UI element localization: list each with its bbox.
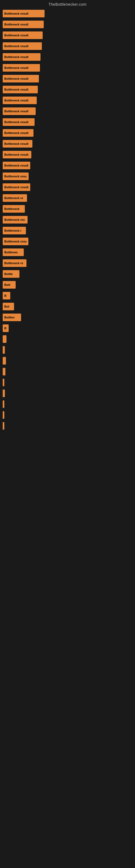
bottleneck-bar [3,411,4,419]
bar-label: Bottleneck result [4,12,28,15]
bars-container: Bottleneck resultBottleneck resultBottle… [0,8,135,433]
bar-label: B [4,327,6,330]
bottleneck-bar: Bottleneck result [3,53,41,61]
bar-row: Bottle [3,270,132,278]
bar-label: Bottleneck resu [4,240,27,243]
bar-label: Bottleneck [4,207,19,211]
bottleneck-bar: Bottleneck result [3,107,36,115]
bar-row: Bottleneck result [3,86,132,93]
bar-row: Bottleneck result [3,53,132,61]
bar-row [3,346,132,354]
bar-row: Bottleneck result [3,151,132,158]
bar-row: Bottlenec [3,248,132,256]
bar-row: Bottleneck resu [3,238,132,245]
bar-row [3,368,132,375]
bar-label: Bottlenec [4,251,18,254]
bottleneck-bar: Bottle [3,270,19,278]
bar-label: Bottleneck resu [4,175,27,178]
bar-row [3,411,132,419]
bar-row: Bottleneck result [3,183,132,191]
bar-row: Bottleneck result [3,21,132,28]
bar-label: Bottleneck result [4,164,28,167]
bottleneck-bar: B [3,324,9,332]
bar-label: Bottleneck result [4,142,28,145]
bar-row: Bottleneck re [3,194,132,202]
bar-row: B [3,324,132,332]
bottleneck-bar: Bottleneck res [3,216,28,223]
bottleneck-bar: Bottleneck result [3,86,38,93]
bottleneck-bar: | [3,379,4,386]
bar-row [3,390,132,397]
bar-label: Bottleneck result [4,77,28,80]
bar-row: Bottlen [3,314,132,321]
bar-label: Bottlen [4,316,14,319]
bottleneck-bar: Bottleneck [3,205,25,213]
bottleneck-bar: Bottlen [3,314,21,321]
bar-row: Bottleneck result [3,10,132,18]
bottleneck-bar: Bottleneck result [3,31,43,39]
bar-row: B [3,292,132,300]
bar-row: Bottleneck result [3,64,132,72]
bottleneck-bar: Bottleneck result [3,162,30,169]
site-title: TheBottlenecker.com [0,0,135,8]
bottleneck-bar: Bot [3,303,14,310]
bar-row: | [3,379,132,386]
bar-row: Bottleneck [3,205,132,213]
bar-label: Bottleneck r [4,229,21,232]
bar-label: Bottle [4,272,13,276]
bottleneck-bar [3,346,5,354]
bar-label: Bottleneck result [4,153,28,156]
bottleneck-bar [3,400,4,408]
bar-label: Bott [4,283,10,286]
bar-row [3,357,132,365]
bar-row [3,335,132,343]
bar-label: Bottleneck result [4,110,28,113]
bottleneck-bar: Bottleneck re [3,194,27,202]
bar-label: Bot [4,305,9,308]
bar-row: Bottleneck result [3,162,132,169]
bar-row: Bottleneck re [3,259,132,267]
bar-label: Bottleneck result [4,120,28,124]
bottleneck-bar: Bottleneck result [3,129,34,137]
bar-row: Bottleneck result [3,140,132,148]
bar-label: Bottleneck result [4,23,28,26]
bar-row: Bottleneck result [3,107,132,115]
bottleneck-bar: Bottleneck re [3,259,27,267]
bar-label: Bottleneck result [4,186,28,189]
bottleneck-bar: Bottleneck result [3,64,40,72]
bar-row: Bottleneck result [3,31,132,39]
bar-row: Bottleneck result [3,42,132,50]
bar-label: Bottleneck result [4,99,28,102]
bar-label: Bottleneck re [4,196,23,199]
bottleneck-bar: Bottleneck result [3,10,45,18]
bottleneck-bar: Bottleneck result [3,183,30,191]
bar-row: Bottleneck result [3,129,132,137]
bar-label: Bottleneck result [4,34,28,37]
bar-row: Bott [3,281,132,289]
bottleneck-bar [3,335,6,343]
bottleneck-bar [3,368,5,375]
bottleneck-bar: Bottlenec [3,248,24,256]
bar-row: Bottleneck result [3,75,132,83]
bar-label: Bottleneck result [4,66,28,69]
bar-label: Bottleneck re [4,261,23,265]
bar-label: Bottleneck result [4,44,28,48]
bar-row: Bottleneck result [3,118,132,126]
bottleneck-bar: Bottleneck result [3,140,32,148]
bar-row: Bottleneck resu [3,173,132,180]
bar-row: | [3,422,132,430]
bar-row [3,400,132,408]
bar-label: B [4,294,6,297]
bottleneck-bar [3,390,5,397]
bar-label: Bottleneck result [4,88,28,91]
bottleneck-bar: Bottleneck r [3,227,26,235]
bottleneck-bar: Bott [3,281,16,289]
bar-label: Bottleneck res [4,218,25,221]
bottleneck-bar: Bottleneck result [3,75,39,83]
bar-row: Bottleneck res [3,216,132,223]
bottleneck-bar [3,357,6,365]
bar-row: Bot [3,303,132,310]
bottleneck-bar: Bottleneck result [3,97,37,104]
bottleneck-bar: Bottleneck result [3,42,42,50]
bar-row: Bottleneck result [3,97,132,104]
